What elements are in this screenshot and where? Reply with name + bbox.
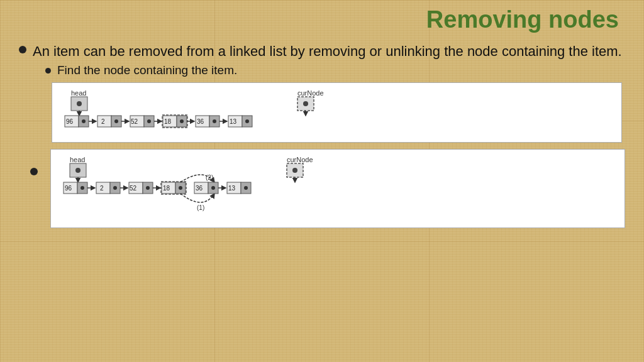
svg-text:36: 36 [197,118,204,125]
svg-point-71 [211,186,215,190]
slide-title: Removing nodes [19,6,625,33]
bullet-item-1: An item can be removed from a linked lis… [19,42,625,143]
svg-text:36: 36 [196,185,203,192]
svg-text:52: 52 [130,185,137,192]
svg-text:96: 96 [65,185,72,192]
svg-point-59 [146,186,150,190]
sub-bullet-item-1: Find the node containing the item. [45,63,622,77]
svg-text:13: 13 [230,118,237,125]
svg-point-3 [77,101,82,106]
svg-point-26 [180,119,184,123]
svg-text:2: 2 [100,185,104,192]
svg-point-32 [213,119,216,123]
svg-point-54 [113,186,117,190]
bottom-bullet-dot [30,168,38,175]
svg-text:head: head [70,156,85,163]
svg-point-37 [245,119,249,123]
svg-point-16 [114,119,118,123]
svg-text:18: 18 [163,185,170,192]
svg-point-76 [244,186,248,190]
diagram-1-svg: head curNode 96 [60,88,500,132]
svg-text:13: 13 [228,185,236,192]
svg-point-11 [82,119,86,123]
svg-text:18: 18 [164,118,172,125]
svg-point-6 [303,101,308,106]
svg-text:curNode: curNode [287,156,313,163]
svg-point-41 [75,168,80,173]
svg-text:curNode: curNode [297,89,324,97]
svg-point-64 [179,186,182,190]
svg-text:head: head [71,89,86,97]
svg-text:52: 52 [131,118,138,125]
diagram-2: head curNode 96 [50,149,625,228]
svg-point-49 [80,186,84,190]
sub-bullet-text-1: Find the node containing the item. [57,63,237,77]
svg-text:2: 2 [101,118,105,125]
svg-text:(1): (1) [197,204,204,211]
bullet-dot-1 [19,46,26,53]
svg-point-44 [292,168,297,173]
bottom-row: head curNode 96 [30,149,625,228]
diagram-1: head curNode 96 [52,82,622,143]
svg-point-21 [147,119,151,123]
svg-text:96: 96 [66,118,74,125]
sub-bullet-dot-1 [45,68,51,74]
diagram-2-svg: head curNode 96 [58,155,499,217]
bullet-text-1: An item can be removed from a linked lis… [33,42,622,61]
